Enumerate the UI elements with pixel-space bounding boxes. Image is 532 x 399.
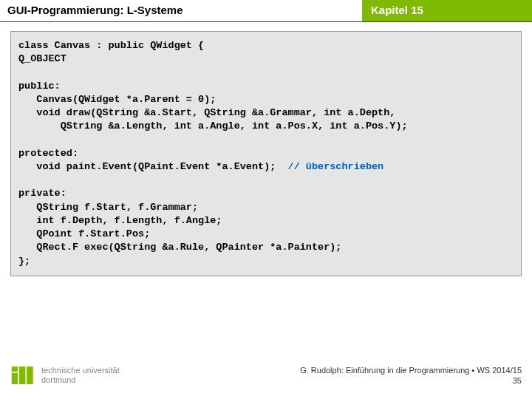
slide-footer: technische universität dortmund G. Rudol…: [0, 356, 532, 399]
tu-logo-icon: [10, 363, 35, 388]
slide-header: GUI-Programmierung: L-Systeme Kapitel 15: [0, 0, 532, 22]
svg-rect-1: [12, 373, 18, 384]
header-title-right: Kapitel 15: [362, 0, 532, 21]
logo: technische universität dortmund: [10, 363, 120, 388]
code-line: Q_OBJECT: [18, 53, 66, 64]
credit-text: G. Rudolph: Einführung in die Programmie…: [300, 366, 522, 375]
logo-line2: dortmund: [41, 375, 120, 385]
logo-line1: technische universität: [41, 366, 120, 375]
code-line: QPoint f.Start.Pos;: [18, 228, 150, 239]
code-line: QString f.Start, f.Grammar;: [18, 202, 198, 213]
code-line: void draw(QString &a.Start, QString &a.G…: [18, 107, 395, 118]
code-line: private:: [18, 188, 66, 199]
code-line: class Canvas : public QWidget {: [18, 40, 204, 51]
footer-credit: G. Rudolph: Einführung in die Programmie…: [300, 365, 522, 386]
code-line: public:: [18, 81, 61, 92]
code-line: QRect.F exec(QString &a.Rule, QPainter *…: [18, 242, 341, 253]
code-line: protected:: [18, 148, 78, 159]
code-comment: // überschrieben: [288, 161, 384, 172]
code-block: class Canvas : public QWidget { Q_OBJECT…: [10, 31, 522, 276]
svg-rect-3: [27, 366, 33, 384]
code-line: QString &a.Length, int a.Angle, int a.Po…: [18, 120, 408, 132]
logo-text: technische universität dortmund: [41, 366, 120, 384]
code-line: void paint.Event(QPaint.Event *a.Event);: [18, 161, 288, 172]
page-number: 35: [300, 375, 522, 386]
header-title-left: GUI-Programmierung: L-Systeme: [0, 0, 362, 21]
code-line: };: [18, 256, 30, 267]
code-line: Canvas(QWidget *a.Parent = 0);: [18, 94, 216, 105]
code-line: int f.Depth, f.Length, f.Angle;: [18, 215, 222, 226]
svg-rect-2: [19, 366, 26, 384]
svg-rect-0: [12, 366, 18, 372]
